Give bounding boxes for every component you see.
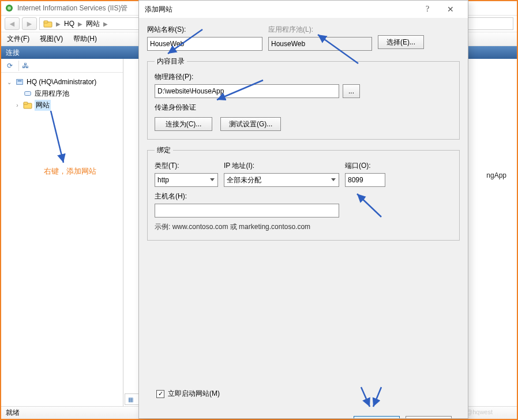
nav-back-button[interactable]: ◄ [5,17,20,30]
arrow-right-icon: ► [25,19,33,28]
tree-node-sites-label: 网站 [35,100,51,111]
chevron-right-icon: ▶ [56,21,61,27]
ok-button[interactable] [354,416,400,418]
iis-logo-icon [5,3,14,13]
svg-line-15 [373,387,381,407]
apppool-input [268,37,372,51]
svg-rect-8 [24,102,28,104]
binding-type-label: 类型(T): [155,161,218,171]
caret-right-icon: › [14,102,21,108]
start-immediately-label: 立即启动网站(M) [168,389,220,399]
hostname-label: 主机名(H): [155,192,452,201]
svg-rect-5 [18,80,22,81]
apppool-label: 应用程序池(L): [268,25,372,35]
tree-node-apppools-label: 应用程序池 [35,89,69,99]
binding-ip-select[interactable] [224,173,339,187]
tree-refresh-icon[interactable]: ⟳ [5,61,15,71]
binding-group: 绑定 类型(T): IP 地址(I): 端口(O): [147,145,460,241]
iis-window-title: Internet Information Services (IIS)管 [17,3,127,13]
sites-folder-icon [23,100,32,110]
dialog-help-button[interactable]: ? [416,1,439,17]
dialog-titlebar: 添加网站 ? ✕ [139,1,468,18]
binding-ip-label: IP 地址(I): [224,161,339,171]
tree-node-server[interactable]: ⌄ HQ (HQ\Administrator) [3,76,121,88]
add-website-dialog: 添加网站 ? ✕ 网站名称(S): 应用程序池(L): 选择(E)... 内容目… [138,0,468,419]
site-name-label: 网站名称(S): [147,25,262,35]
select-apppool-button[interactable]: 选择(E)... [378,35,424,49]
passthrough-auth-label: 传递身份验证 [155,103,452,112]
features-view-icon: ▦ [128,396,133,403]
test-settings-button[interactable]: 测试设置(G)... [220,117,281,131]
hostname-input[interactable] [155,204,339,217]
connections-tree-panel: ⟳ 🖧 ⌄ HQ (HQ\Administrator) 应用程序池 [1,59,123,406]
start-immediately-checkbox[interactable]: ✓ [156,390,164,398]
binding-legend: 绑定 [155,145,173,155]
cancel-button[interactable] [406,416,452,418]
tree-node-sites[interactable]: › 网站 [3,99,121,111]
chevron-right-icon: ▶ [103,21,108,27]
chevron-right-icon: ▶ [78,21,82,27]
svg-point-1 [7,6,11,10]
folder-icon [43,19,52,28]
apppool-icon [23,89,32,98]
svg-line-14 [361,387,370,407]
binding-type-select[interactable] [155,173,218,187]
tree-toolbar: ⟳ 🖧 [1,59,123,73]
svg-rect-3 [44,21,48,23]
breadcrumb-root: HQ [64,20,74,28]
browse-path-button[interactable]: ... [343,84,360,98]
tree-connect-icon[interactable]: 🖧 [18,61,29,71]
binding-port-label: 端口(O): [345,161,385,171]
breadcrumb-node: 网站 [86,19,100,29]
arrow-left-icon: ◄ [8,19,16,28]
binding-port-input[interactable] [345,173,385,187]
hostname-example: 示例: www.contoso.com 或 marketing.contoso.… [155,222,452,232]
dialog-close-button[interactable]: ✕ [439,1,462,17]
caret-down-icon: ⌄ [6,79,13,85]
server-icon [15,77,24,87]
status-text: 就绪 [6,408,20,418]
content-directory-legend: 内容目录 [155,57,187,66]
tree-node-apppools[interactable]: 应用程序池 [3,88,121,99]
nav-forward-button[interactable]: ► [22,17,37,30]
svg-rect-6 [25,92,31,96]
phys-path-input[interactable] [155,84,339,98]
menu-file[interactable]: 文件(F) [7,34,29,44]
content-clipped-text: ngApp [486,171,506,179]
connections-tree: ⌄ HQ (HQ\Administrator) 应用程序池 › [1,73,123,114]
svg-rect-4 [17,80,23,85]
annotation-arrow-icon [358,387,387,410]
start-immediately-row[interactable]: ✓ 立即启动网站(M) [156,389,220,399]
site-name-input[interactable] [147,37,262,51]
content-directory-group: 内容目录 物理路径(P): ... 传递身份验证 连接为(C)... 测试设置(… [147,57,460,140]
menu-help[interactable]: 帮助(H) [73,34,97,44]
annotation-note: 右键，添加网站 [44,166,96,177]
dialog-title: 添加网站 [145,5,172,14]
tree-node-server-label: HQ (HQ\Administrator) [27,78,96,86]
connect-as-button[interactable]: 连接为(C)... [155,117,212,131]
menu-view[interactable]: 视图(V) [40,34,63,44]
phys-path-label: 物理路径(P): [155,72,452,82]
